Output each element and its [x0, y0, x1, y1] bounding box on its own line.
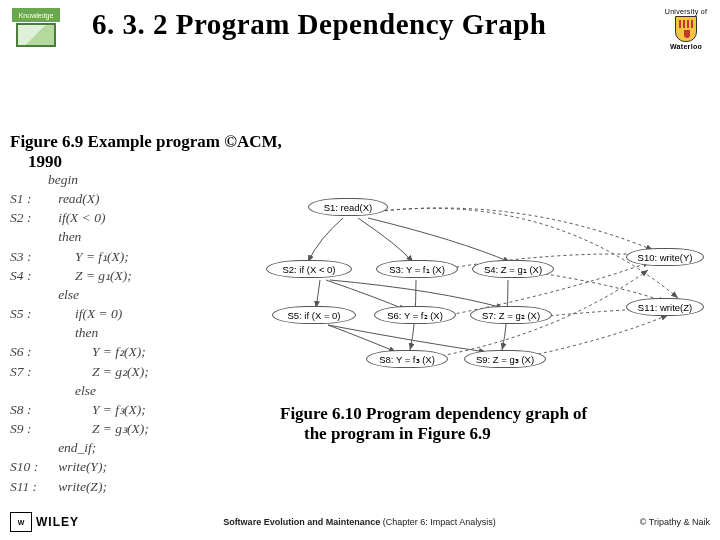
stmt-label: S9 :: [10, 419, 48, 438]
stmt-label: S7 :: [10, 362, 48, 381]
dependency-graph: S1: read(X) S2: if (X < 0) S3: Y = f₁ (X…: [258, 190, 710, 400]
stmt-label: S1 :: [10, 189, 48, 208]
graph-node-s11: S11: write(Z): [626, 298, 704, 316]
stmt-code: write(Z);: [58, 477, 107, 496]
graph-node-s2: S2: if (X < 0): [266, 260, 352, 278]
caption-line: 1990: [10, 152, 62, 171]
kw-endif: end_if;: [58, 438, 96, 457]
graph-node-s6: S6: Y = f₂ (X): [374, 306, 456, 324]
footer-copyright: © Tripathy & Naik: [640, 517, 710, 527]
stmt-label: S2 :: [10, 208, 48, 227]
stmt-label: S5 :: [10, 304, 48, 323]
knowledge-logo: Knowledge: [12, 8, 60, 48]
figure-6-10-caption: Figure 6.10 Program dependency graph of …: [280, 404, 660, 444]
slide-title: 6. 3. 2 Program Dependency Graph: [60, 8, 664, 41]
caption-line: Figure 6.10 Program dependency graph of: [280, 404, 587, 423]
graph-node-s5: S5: if (X = 0): [272, 306, 356, 324]
stmt-code: Z = g₃(X);: [92, 419, 149, 438]
kw-then: then: [58, 227, 81, 246]
graph-node-s10: S10: write(Y): [626, 248, 704, 266]
kw-else: else: [58, 285, 79, 304]
graph-node-s1: S1: read(X): [308, 198, 388, 216]
stmt-code: write(Y);: [58, 457, 107, 476]
graph-node-s3: S3: Y = f₁ (X): [376, 260, 458, 278]
stmt-code: Z = g₁(X);: [75, 266, 132, 285]
wiley-text: WILEY: [36, 515, 79, 529]
caption-line: the program in Figure 6.9: [280, 424, 491, 443]
knowledge-logo-icon: [16, 23, 56, 47]
stmt-label: S10 :: [10, 457, 48, 476]
stmt-code: Y = f₂(X);: [92, 342, 146, 361]
waterloo-logo: University of Waterloo: [664, 8, 708, 50]
stmt-code: Z = g₂(X);: [92, 362, 149, 381]
graph-node-s7: S7: Z = g₂ (X): [470, 306, 552, 324]
stmt-label: S6 :: [10, 342, 48, 361]
stmt-code: Y = f₃(X);: [92, 400, 146, 419]
stmt-code: read(X): [58, 189, 99, 208]
slide-footer: W WILEY Software Evolution and Maintenan…: [0, 512, 720, 532]
kw-then: then: [75, 323, 98, 342]
waterloo-logo-name: Waterloo: [664, 43, 708, 50]
footer-chapter: (Chapter 6: Impact Analysis): [380, 517, 496, 527]
footer-center: Software Evolution and Maintenance (Chap…: [79, 517, 640, 527]
stmt-label: S11 :: [10, 477, 48, 496]
stmt-label: S8 :: [10, 400, 48, 419]
slide-header: Knowledge 6. 3. 2 Program Dependency Gra…: [0, 0, 720, 50]
graph-node-s4: S4: Z = g₁ (X): [472, 260, 554, 278]
caption-line: Figure 6.9 Example program ©ACM,: [10, 132, 282, 151]
stmt-label: S4 :: [10, 266, 48, 285]
kw-begin: begin: [48, 170, 78, 189]
stmt-code: if(X = 0): [75, 304, 122, 323]
wiley-logo: W WILEY: [10, 512, 79, 532]
shield-icon: [675, 16, 697, 42]
wiley-mark-icon: W: [10, 512, 32, 532]
graph-node-s8: S8: Y = f₃ (X): [366, 350, 448, 368]
waterloo-logo-top: University of: [664, 8, 708, 15]
stmt-code: Y = f₁(X);: [75, 247, 129, 266]
footer-book-title: Software Evolution and Maintenance: [223, 517, 380, 527]
graph-node-s9: S9: Z = g₃ (X): [464, 350, 546, 368]
program-listing: begin S1 : read(X) S2 : if(X < 0) then S…: [10, 170, 149, 496]
knowledge-logo-text: Knowledge: [12, 8, 60, 22]
graph-edges: [258, 190, 710, 400]
stmt-code: if(X < 0): [58, 208, 105, 227]
figure-6-9-caption: Figure 6.9 Example program ©ACM, 1990: [10, 132, 360, 171]
stmt-label: S3 :: [10, 247, 48, 266]
kw-else: else: [75, 381, 96, 400]
